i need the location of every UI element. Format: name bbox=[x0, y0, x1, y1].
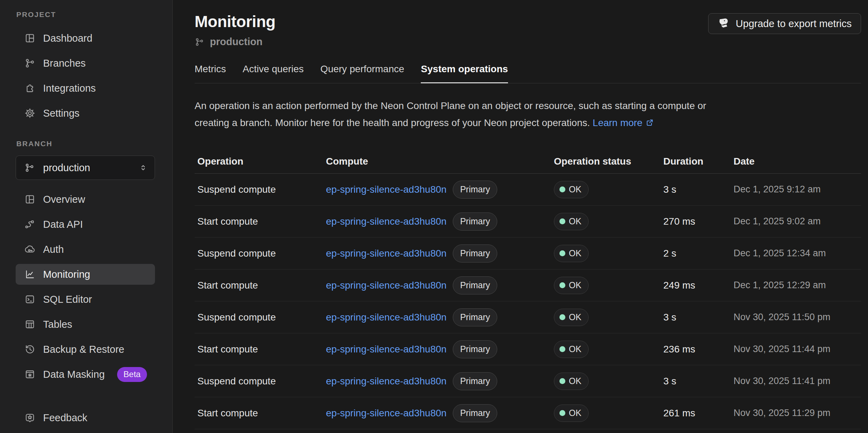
sidebar-item-tables[interactable]: Tables bbox=[16, 314, 155, 335]
date-cell: Nov 30, 2025 11:29 pm bbox=[731, 408, 861, 418]
page-header: Monitoring production Upgrade to export … bbox=[195, 12, 861, 48]
sidebar-item-data-masking[interactable]: Data Masking Beta bbox=[16, 364, 155, 385]
gear-icon bbox=[24, 108, 35, 119]
compute-endpoint-link[interactable]: ep-spring-silence-ad3hu80n bbox=[326, 216, 447, 227]
sidebar-item-branches[interactable]: Branches bbox=[16, 53, 155, 74]
neon-console-app: PROJECT Dashboard Branches Integrations … bbox=[0, 0, 868, 433]
sidebar-item-auth[interactable]: Auth bbox=[16, 239, 155, 260]
upgrade-to-export-metrics-button[interactable]: Upgrade to export metrics bbox=[708, 13, 861, 34]
sidebar-item-overview[interactable]: Overview bbox=[16, 189, 155, 210]
operation-cell: Suspend compute bbox=[195, 248, 323, 259]
tab-system-operations[interactable]: System operations bbox=[421, 64, 508, 83]
tab-metrics[interactable]: Metrics bbox=[195, 64, 226, 83]
date-cell: Dec 1, 2025 9:02 am bbox=[731, 216, 861, 227]
operation-cell: Suspend compute bbox=[195, 184, 323, 195]
operation-cell: Suspend compute bbox=[195, 312, 323, 323]
feedback-star-bubble-icon bbox=[24, 412, 35, 423]
compute-endpoint-link[interactable]: ep-spring-silence-ad3hu80n bbox=[326, 344, 447, 355]
status-cell: OK bbox=[551, 341, 661, 358]
upgrade-button-label: Upgrade to export metrics bbox=[736, 18, 852, 30]
dashboard-icon bbox=[24, 33, 35, 44]
compute-endpoint-link[interactable]: ep-spring-silence-ad3hu80n bbox=[326, 408, 447, 419]
table-row: Suspend compute ep-spring-silence-ad3hu8… bbox=[195, 365, 861, 397]
operations-description: An operation is an action performed by t… bbox=[195, 97, 726, 131]
primary-badge: Primary bbox=[453, 404, 497, 422]
sidebar-item-label: Data API bbox=[43, 219, 83, 230]
date-cell: Dec 1, 2025 12:34 am bbox=[731, 248, 861, 259]
duration-cell: 270 ms bbox=[661, 216, 731, 227]
col-compute: Compute bbox=[323, 156, 551, 167]
compute-endpoint-link[interactable]: ep-spring-silence-ad3hu80n bbox=[326, 312, 447, 323]
duration-cell: 2 s bbox=[661, 248, 731, 259]
status-ok-dot-icon bbox=[559, 378, 565, 384]
sidebar-item-label: Integrations bbox=[43, 83, 96, 94]
status-ok-dot-icon bbox=[559, 346, 565, 352]
compute-endpoint-link[interactable]: ep-spring-silence-ad3hu80n bbox=[326, 280, 447, 291]
sidebar-item-label: Feedback bbox=[43, 412, 87, 424]
compute-endpoint-link[interactable]: ep-spring-silence-ad3hu80n bbox=[326, 376, 447, 387]
sidebar-item-label: Monitoring bbox=[43, 269, 90, 280]
primary-badge: Primary bbox=[453, 244, 497, 263]
sidebar-item-dashboard[interactable]: Dashboard bbox=[16, 28, 155, 49]
duration-cell: 249 ms bbox=[661, 280, 731, 291]
sidebar-item-label: Auth bbox=[43, 244, 64, 255]
sidebar-item-settings[interactable]: Settings bbox=[16, 103, 155, 124]
primary-badge: Primary bbox=[453, 213, 497, 231]
sidebar-item-label: Backup & Restore bbox=[43, 344, 124, 355]
status-ok-dot-icon bbox=[559, 282, 565, 288]
col-operation-status: Operation status bbox=[551, 156, 661, 167]
status-cell: OK bbox=[551, 277, 661, 294]
date-cell: Nov 30, 2025 11:41 pm bbox=[731, 376, 861, 386]
status-badge: OK bbox=[554, 213, 589, 230]
col-duration: Duration bbox=[661, 156, 731, 167]
sidebar-item-label: Data Masking bbox=[43, 369, 105, 380]
table-row: Suspend compute ep-spring-silence-ad3hu8… bbox=[195, 174, 861, 206]
sidebar-item-integrations[interactable]: Integrations bbox=[16, 78, 155, 99]
tab-active-queries[interactable]: Active queries bbox=[243, 64, 304, 83]
compute-cell: ep-spring-silence-ad3hu80n Primary bbox=[323, 276, 551, 294]
date-cell: Dec 1, 2025 9:12 am bbox=[731, 184, 861, 195]
external-link-icon bbox=[645, 118, 654, 127]
compute-cell: ep-spring-silence-ad3hu80n Primary bbox=[323, 404, 551, 422]
compute-endpoint-link[interactable]: ep-spring-silence-ad3hu80n bbox=[326, 184, 447, 195]
branch-icon bbox=[24, 58, 35, 69]
tab-query-performance[interactable]: Query performance bbox=[320, 64, 404, 83]
table-icon bbox=[24, 319, 35, 330]
status-cell: OK bbox=[551, 405, 661, 422]
sidebar-item-monitoring[interactable]: Monitoring bbox=[16, 264, 155, 285]
mask-star-icon bbox=[24, 369, 35, 380]
beta-badge: Beta bbox=[117, 367, 147, 382]
learn-more-link[interactable]: Learn more bbox=[593, 117, 654, 128]
operation-cell: Start compute bbox=[195, 216, 323, 227]
table-header-row: Operation Compute Operation status Durat… bbox=[195, 149, 861, 174]
monitoring-chart-icon bbox=[24, 269, 35, 280]
sidebar-item-backup-restore[interactable]: Backup & Restore bbox=[16, 339, 155, 360]
col-date: Date bbox=[731, 156, 861, 167]
sidebar-item-sql-editor[interactable]: SQL Editor bbox=[16, 289, 155, 310]
status-ok-dot-icon bbox=[559, 250, 565, 256]
sidebar-item-label: Settings bbox=[43, 108, 80, 119]
sidebar-item-data-api[interactable]: Data API bbox=[16, 214, 155, 235]
sidebar-item-label: Overview bbox=[43, 194, 85, 205]
operations-table: Operation Compute Operation status Durat… bbox=[195, 149, 861, 429]
date-cell: Dec 1, 2025 12:29 am bbox=[731, 280, 861, 291]
branch-selector[interactable]: production bbox=[16, 156, 155, 180]
status-badge: OK bbox=[554, 245, 589, 262]
status-badge: OK bbox=[554, 405, 589, 422]
primary-badge: Primary bbox=[453, 372, 497, 390]
overview-icon bbox=[24, 194, 35, 205]
chevron-up-down-icon bbox=[139, 163, 148, 172]
sidebar-item-label: Dashboard bbox=[43, 33, 92, 44]
table-row: Start compute ep-spring-silence-ad3hu80n… bbox=[195, 397, 861, 429]
compute-endpoint-link[interactable]: ep-spring-silence-ad3hu80n bbox=[326, 248, 447, 259]
status-badge: OK bbox=[554, 277, 589, 294]
terminal-icon bbox=[24, 294, 35, 305]
duration-cell: 3 s bbox=[661, 184, 731, 195]
operation-cell: Start compute bbox=[195, 408, 323, 419]
operation-cell: Start compute bbox=[195, 344, 323, 355]
date-cell: Nov 30, 2025 11:44 pm bbox=[731, 344, 861, 355]
table-row: Start compute ep-spring-silence-ad3hu80n… bbox=[195, 269, 861, 301]
compute-cell: ep-spring-silence-ad3hu80n Primary bbox=[323, 372, 551, 390]
date-cell: Nov 30, 2025 11:50 pm bbox=[731, 312, 861, 323]
sidebar-item-feedback[interactable]: Feedback bbox=[16, 407, 155, 428]
